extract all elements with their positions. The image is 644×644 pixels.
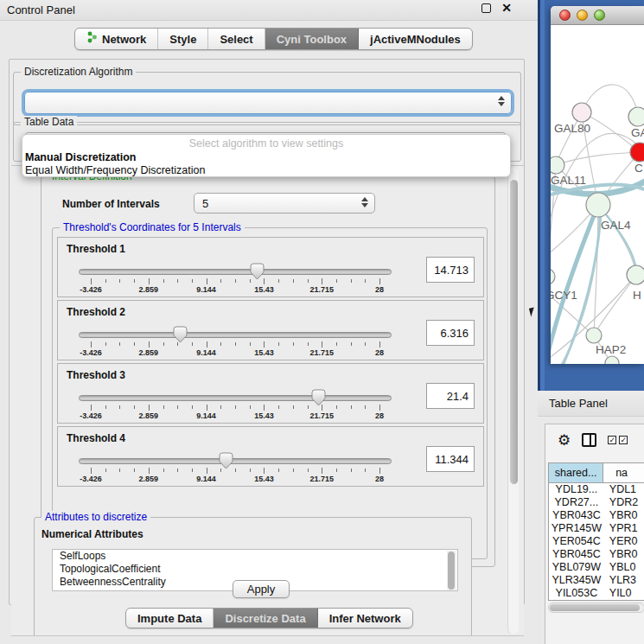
tick-mark xyxy=(351,405,352,409)
select-columns-icon[interactable]: ✓ ✓ xyxy=(608,436,628,444)
threshold-value-field[interactable]: 21.4 xyxy=(426,383,475,409)
threshold-value-field[interactable]: 14.713 xyxy=(426,257,475,283)
tab-select[interactable]: Select xyxy=(208,29,265,49)
column-header-2[interactable]: na xyxy=(603,463,644,482)
table-row[interactable]: YIL053CYIL0 xyxy=(549,587,644,600)
tick-mark xyxy=(278,342,279,346)
minimize-traffic-light-icon[interactable] xyxy=(577,10,588,21)
number-of-intervals-combobox[interactable]: 5 xyxy=(194,193,375,214)
network-node-gal80[interactable] xyxy=(572,103,591,122)
combo-stepper-icon xyxy=(361,197,368,207)
network-canvas[interactable]: GAL80GACGAL11GAL4HGCY1HAP2 xyxy=(551,25,644,364)
tab-discretize-data[interactable]: Discretize Data xyxy=(214,609,317,628)
tick-mark xyxy=(105,405,106,409)
network-node-hap2[interactable] xyxy=(586,328,602,343)
threshold-slider[interactable]: -3.4262.8599.14415.4321.71528 xyxy=(79,453,392,482)
tick-mark xyxy=(235,279,236,283)
table-row[interactable]: YER054CYER0 xyxy=(549,535,644,548)
slider-thumb[interactable] xyxy=(250,263,265,280)
slider-thumb[interactable] xyxy=(311,389,326,406)
table-cell: YBR043C xyxy=(549,509,604,522)
close-icon[interactable]: ✕ xyxy=(501,3,512,13)
tick-mark xyxy=(308,405,309,409)
tab-style[interactable]: Style xyxy=(158,29,208,49)
slider-track[interactable] xyxy=(79,395,392,401)
slider-track[interactable] xyxy=(79,269,392,275)
tick-mark xyxy=(336,342,337,346)
threshold-slider[interactable]: -3.4262.8599.14415.4321.71528 xyxy=(79,264,392,293)
tick-mark xyxy=(207,278,207,284)
tab-infer-network[interactable]: Infer Network xyxy=(318,609,412,628)
table-row[interactable]: YDL19...YDL1 xyxy=(549,483,644,496)
network-edge[interactable] xyxy=(556,152,640,165)
slider-track[interactable] xyxy=(79,458,392,464)
split-columns-icon[interactable] xyxy=(582,433,596,447)
apply-button[interactable]: Apply xyxy=(233,580,290,598)
node-label: GAL80 xyxy=(554,122,590,135)
list-item[interactable]: TopologicalCoefficient xyxy=(53,563,457,576)
tick-mark xyxy=(250,469,251,472)
dropdown-option-manual[interactable]: Manual Discretization xyxy=(22,151,510,164)
table-row[interactable]: YBR045CYBR0 xyxy=(549,548,644,561)
tick-mark xyxy=(293,469,294,472)
dropdown-option-equal-width[interactable]: Equal Width/Frequency Discretization xyxy=(22,164,510,177)
tab-network[interactable]: Network xyxy=(75,29,158,49)
zoom-traffic-light-icon[interactable] xyxy=(594,10,605,21)
algorithm-dropdown-popup: Select algorithm to view settings Manual… xyxy=(22,134,511,177)
threshold-value-field[interactable]: 11.344 xyxy=(426,446,475,472)
tick-mark xyxy=(278,469,279,472)
table-row[interactable]: YPR145WYPR1 xyxy=(549,522,644,535)
tick-mark xyxy=(119,342,120,346)
settings-scrollbar-thumb[interactable] xyxy=(510,180,518,484)
attributes-group-label: Attributes to discretize xyxy=(41,511,150,523)
tab-impute-data[interactable]: Impute Data xyxy=(126,609,214,628)
table-cell: YDL1 xyxy=(604,483,644,496)
list-scrollbar-thumb[interactable] xyxy=(448,552,455,590)
threshold-slider[interactable]: -3.4262.8599.14415.4321.71528 xyxy=(79,390,392,419)
network-node-gal11[interactable] xyxy=(551,156,564,174)
threshold-slider[interactable]: -3.4262.8599.14415.4321.71528 xyxy=(79,327,392,356)
dropdown-placeholder-option[interactable]: Select algorithm to view settings xyxy=(22,137,510,151)
settings-vertical-scrollbar[interactable] xyxy=(507,168,519,634)
list-scrollbar[interactable] xyxy=(447,551,456,591)
tick-mark xyxy=(105,279,106,283)
tick-mark xyxy=(365,469,366,472)
table-row[interactable]: YBR043CYBR0 xyxy=(549,509,644,522)
table-cell: YDR2 xyxy=(604,496,644,509)
network-edge[interactable] xyxy=(594,275,636,335)
tab-cyni-toolbox[interactable]: Cyni Toolbox xyxy=(265,29,359,49)
slider-thumb[interactable] xyxy=(219,452,233,469)
algorithm-combobox[interactable] xyxy=(24,92,512,114)
tick-mark xyxy=(336,405,337,409)
network-node-gal4[interactable] xyxy=(586,193,610,217)
tick-mark xyxy=(105,342,106,346)
list-item[interactable]: SelfLoops xyxy=(53,550,457,563)
tick-label: 15.43 xyxy=(254,348,274,357)
tab-jactivemnodules[interactable]: jActiveMNodules xyxy=(359,29,472,49)
network-node-ga[interactable] xyxy=(628,107,644,126)
table-cell: YBR0 xyxy=(604,509,644,522)
tick-mark xyxy=(149,405,150,411)
threshold-label: Threshold 2 xyxy=(67,306,125,318)
network-view-window[interactable]: GAL80GACGAL11GAL4HGCY1HAP2 xyxy=(551,6,644,364)
slider-thumb[interactable] xyxy=(173,326,188,343)
table-row[interactable]: YLR345WYLR3 xyxy=(549,574,644,587)
table-hscroll-thumb[interactable] xyxy=(550,604,640,611)
close-traffic-light-icon[interactable] xyxy=(559,10,571,21)
table-cell: YBR0 xyxy=(604,548,644,561)
table-row[interactable]: YBL079WYBL0 xyxy=(549,561,644,574)
network-node-gcy1[interactable] xyxy=(551,269,555,284)
table-row[interactable]: YDR27...YDR2 xyxy=(549,496,644,509)
tick-mark xyxy=(134,405,135,409)
gear-icon[interactable]: ⚙ xyxy=(558,433,571,448)
table-horizontal-scrollbar[interactable] xyxy=(548,603,644,613)
tick-label: 2.859 xyxy=(139,411,159,420)
column-header-1[interactable]: shared... xyxy=(549,463,603,482)
float-window-icon[interactable] xyxy=(481,3,491,13)
network-node-c[interactable] xyxy=(630,143,644,162)
network-node-h[interactable] xyxy=(627,265,644,284)
desktop-background: GAL80GACGAL11GAL4HGCY1HAP2 xyxy=(538,0,644,391)
threshold-value-field[interactable]: 6.316 xyxy=(426,320,475,346)
slider-track[interactable] xyxy=(79,332,392,338)
tick-label: 21.715 xyxy=(309,475,334,483)
